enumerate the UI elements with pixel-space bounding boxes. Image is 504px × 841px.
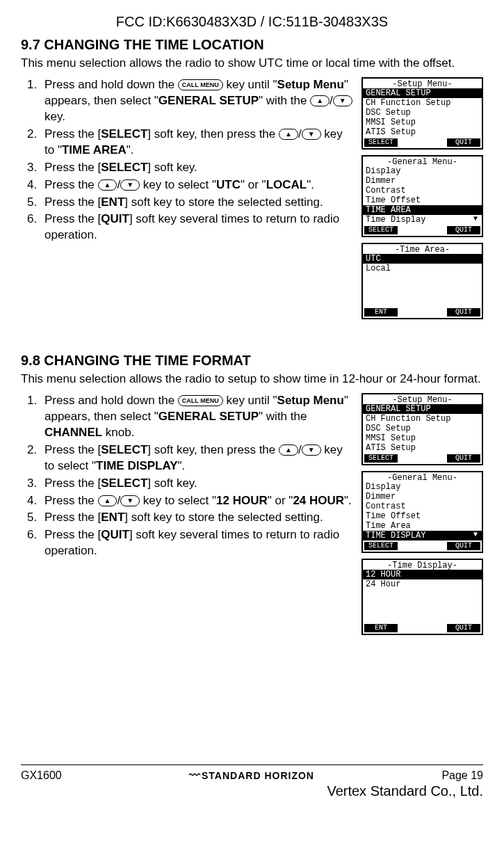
step-6: Press the [QUIT] soft key several times … — [40, 527, 355, 559]
step-3: Press the [SELECT] soft key. — [40, 160, 355, 176]
brand-logo: 〰 STANDARD HORIZON — [189, 769, 314, 782]
step-5: Press the [ENT] soft key to store the se… — [40, 195, 355, 211]
up-key-icon: ▲ — [279, 129, 298, 140]
softkey-quit: QUIT — [447, 454, 480, 463]
fcc-id: FCC ID:K6630483X3D / IC:511B-30483X3S — [21, 14, 483, 30]
step-1: Press and hold down the CALL MENU key un… — [40, 77, 355, 125]
step-3: Press the [SELECT] soft key. — [40, 476, 355, 492]
softkey-quit: QUIT — [447, 226, 480, 234]
lcd-time-display: -Time Display- 12 HOUR 24 Hour ENT QUIT — [361, 559, 483, 635]
scroll-down-icon: ▼ — [473, 216, 479, 223]
lcd-time-area: -Time Area- UTC Local ENT QUIT — [361, 243, 483, 319]
down-key-icon: ▼ — [333, 95, 352, 106]
section-97-intro: This menu selection allows the radio to … — [21, 56, 483, 72]
softkey-select: SELECT — [364, 138, 398, 147]
up-key-icon: ▲ — [279, 444, 298, 456]
section-97-steps: Press and hold down the CALL MENU key un… — [21, 77, 355, 325]
step-6: Press the [QUIT] soft key several times … — [40, 211, 355, 243]
section-98-steps: Press and hold down the CALL MENU key un… — [21, 393, 355, 641]
call-menu-key-icon: CALL MENU — [178, 79, 223, 90]
section-98-intro: This menu selection allows the radio to … — [21, 371, 483, 387]
lcd-general-menu: -General Menu- Display Dimmer Contrast T… — [361, 155, 483, 237]
model-number: GX1600 — [21, 769, 62, 782]
down-key-icon: ▼ — [120, 495, 140, 506]
step-4: Press the ▲/▼ key to select "UTC" or "LO… — [40, 177, 355, 193]
softkey-select: SELECT — [364, 454, 398, 463]
call-menu-key-icon: CALL MENU — [178, 395, 223, 406]
softkey-quit: QUIT — [447, 542, 480, 550]
step-5: Press the [ENT] soft key to store the se… — [40, 510, 355, 526]
down-key-icon: ▼ — [120, 179, 140, 191]
up-key-icon: ▲ — [98, 495, 117, 506]
scroll-down-icon: ▼ — [473, 531, 479, 538]
section-97-screens: -Setup Menu- GENERAL SETUP CH Function S… — [361, 77, 483, 325]
step-4: Press the ▲/▼ key to select "12 HOUR" or… — [40, 493, 355, 509]
up-key-icon: ▲ — [98, 179, 117, 191]
lcd-setup-menu: -Setup Menu- GENERAL SETUP CH Function S… — [361, 393, 483, 465]
softkey-select: SELECT — [364, 226, 398, 234]
step-2: Press the [SELECT] soft key, then press … — [40, 127, 355, 159]
softkey-ent: ENT — [364, 624, 398, 632]
softkey-quit: QUIT — [447, 624, 480, 632]
step-1: Press and hold down the CALL MENU key un… — [40, 393, 355, 441]
down-key-icon: ▼ — [302, 444, 321, 456]
softkey-quit: QUIT — [447, 138, 480, 147]
company-name: Vertex Standard Co., Ltd. — [0, 783, 504, 806]
lcd-general-menu: -General Menu- Display Dimmer Contrast T… — [361, 471, 483, 553]
lcd-setup-menu: -Setup Menu- GENERAL SETUP CH Function S… — [361, 77, 483, 150]
softkey-quit: QUIT — [447, 308, 480, 317]
step-2: Press the [SELECT] soft key, then press … — [40, 442, 355, 474]
section-98-title: 9.8 CHANGING THE TIME FORMAT — [21, 353, 483, 369]
section-97-title: 9.7 CHANGING THE TIME LOCATION — [21, 37, 483, 53]
softkey-select: SELECT — [364, 542, 398, 550]
up-key-icon: ▲ — [310, 95, 330, 106]
down-key-icon: ▼ — [302, 129, 321, 140]
softkey-ent: ENT — [364, 308, 398, 317]
section-98-screens: -Setup Menu- GENERAL SETUP CH Function S… — [361, 393, 483, 641]
wave-icon: 〰 — [189, 769, 198, 781]
page-number: Page 19 — [441, 769, 483, 782]
